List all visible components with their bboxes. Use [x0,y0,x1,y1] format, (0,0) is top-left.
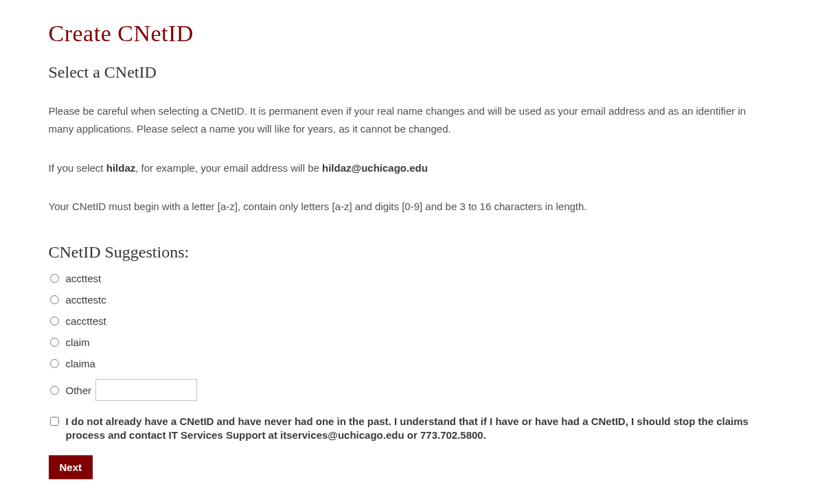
suggestion-label[interactable]: claima [66,358,95,369]
suggestion-item: claim [49,336,774,348]
suggestion-item: accttest [49,273,774,284]
intro-example-text: If you select hildaz, for example, your … [49,159,774,177]
intro-rules-text: Your CNetID must begin with a letter [a-… [49,198,774,216]
consent-row: I do not already have a CNetID and have … [49,415,774,443]
suggestion-item: accttestc [49,294,774,306]
suggestion-radio[interactable] [50,338,59,347]
suggestion-label[interactable]: accttestc [66,294,106,306]
example-middle: , for example, your email address will b… [135,162,322,174]
suggestion-label[interactable]: claim [66,336,90,348]
other-cnetid-input[interactable] [95,379,197,401]
example-email: hildaz@uchicago.edu [322,162,428,174]
suggestion-radio-other[interactable] [50,386,59,395]
suggestion-label-other[interactable]: Other [66,385,92,396]
page-title: Create CNetID [49,21,774,47]
suggestion-label[interactable]: caccttest [66,315,106,327]
suggestion-item: caccttest [49,315,774,327]
suggestions-heading: CNetID Suggestions: [49,243,774,262]
consent-checkbox[interactable] [50,417,59,426]
suggestion-item: claima [49,358,774,369]
suggestion-radio[interactable] [50,295,59,304]
suggestion-label[interactable]: accttest [66,273,102,284]
suggestion-radio[interactable] [50,359,59,368]
suggestion-radio[interactable] [50,317,59,325]
suggestion-item-other: Other [49,379,774,401]
suggestion-radio[interactable] [50,274,59,283]
form-container: Create CNetID Select a CNetID Please be … [13,0,810,504]
page-subtitle: Select a CNetID [49,63,774,82]
example-prefix: If you select [49,162,106,174]
consent-label[interactable]: I do not already have a CNetID and have … [66,415,774,443]
example-name: hildaz [106,162,136,174]
intro-careful-text: Please be careful when selecting a CNetI… [49,102,774,139]
next-button[interactable]: Next [49,455,93,479]
suggestions-list: accttest accttestc caccttest claim claim… [49,273,774,401]
